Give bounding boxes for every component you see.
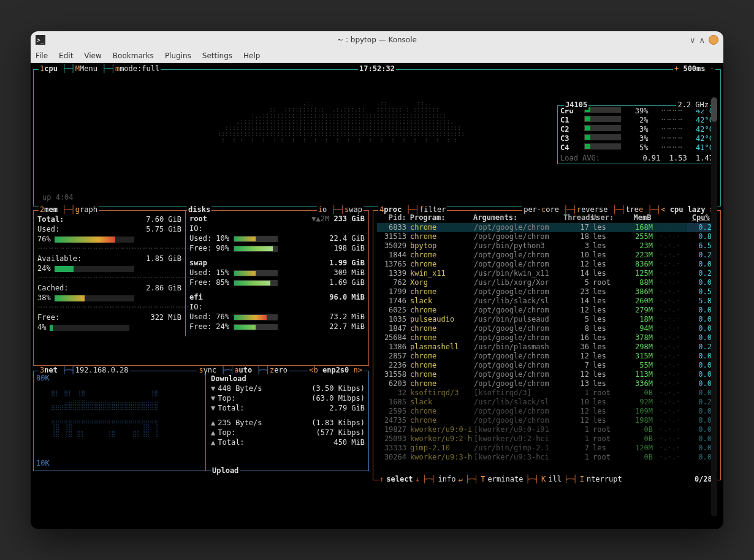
proc-row[interactable]: 25684chrome/opt/google/chrom16les378M⠂⠄⠂…: [377, 333, 714, 342]
proc-panel: 4proc ├─┤filter per-core ├─┤reverse ├─┤t…: [373, 210, 721, 480]
net-y-top: 80K: [36, 374, 196, 383]
proc-row[interactable]: 1035pulseaudio/usr/bin/pulseaud5les18M⠂⠄…: [377, 315, 714, 324]
update-plus[interactable]: +: [674, 64, 679, 73]
proc-footer: ↑ select ↓ ├─┤info↵ ├─┤Terminate ├─┤Kill…: [379, 475, 717, 484]
proc-row[interactable]: 32ksoftirqd/3[ksoftirqd/3]1root0B⠂⠄⠂⠄⠂0.…: [377, 388, 714, 398]
auto-label[interactable]: uto: [238, 366, 252, 374]
proc-row[interactable]: 6833chrome/opt/google/chrom17les168M⠂⠄⠂⠄…: [377, 223, 714, 232]
col-program[interactable]: Program:: [410, 213, 473, 222]
menu-edit[interactable]: Edit: [59, 51, 73, 60]
menu-view[interactable]: View: [84, 51, 101, 60]
dl-rate-bits: (3.50 Kibps): [311, 384, 365, 393]
load-avg-label: Load AVG:: [560, 154, 600, 163]
proc-row[interactable]: 1746slack/usr/lib/slack/sl14les260M⠂⠄⠂⠄⠂…: [377, 297, 714, 306]
terminate-hotkey[interactable]: T: [481, 475, 485, 484]
menu-bookmarks[interactable]: Bookmarks: [113, 51, 154, 60]
filter-label[interactable]: ilter: [424, 205, 446, 214]
menu-label[interactable]: Menu: [80, 64, 97, 73]
kill-label[interactable]: ill: [548, 475, 562, 484]
proc-row[interactable]: 19827kworker/u9:0-i[kworker/u9:0-i911roo…: [377, 425, 714, 434]
proc-row[interactable]: 30264kworker/u9:3-h[kworker/u9:3-hci1roo…: [377, 453, 714, 462]
proc-row[interactable]: 1847chrome/opt/google/chrom8les94M⠂⠄⠂⠄⠂0…: [377, 324, 714, 333]
scrollbar-thumb[interactable]: [711, 97, 717, 122]
graph-label[interactable]: raph: [80, 205, 97, 214]
proc-list[interactable]: 6833chrome/opt/google/chrom17les168M⠂⠄⠂⠄…: [377, 223, 714, 477]
cpu-label: cpu: [44, 64, 58, 73]
cpu-freq: 2.2 GHz: [676, 100, 710, 110]
proc-row[interactable]: 31558chrome/opt/google/chrom12les113M⠂⠄⠂…: [377, 370, 714, 379]
proc-row[interactable]: 24735chrome/opt/google/chrom12les198M⠂⠄⠂…: [377, 416, 714, 425]
proc-row[interactable]: 13765chrome/opt/google/chrom12les836M⠂⠄⠂…: [377, 260, 714, 269]
proc-row[interactable]: 2595chrome/opt/google/chrom12les109M⠂⠄⠂⠄…: [377, 407, 714, 416]
proc-row[interactable]: 1844chrome/opt/google/chrom10les223M⠂⠄⠂⠄…: [377, 251, 714, 260]
tree-hotkey[interactable]: e: [639, 205, 643, 214]
load-5: 1.53: [669, 154, 687, 162]
col-pid[interactable]: Pid:: [377, 213, 410, 222]
ul-top-label: Top:: [211, 428, 235, 437]
menu-hotkey[interactable]: M: [75, 64, 80, 73]
proc-row[interactable]: 25093kworker/u9:2-h[kworker/u9:2-hci1roo…: [377, 434, 714, 444]
percore-label[interactable]: per-: [524, 205, 541, 214]
kill-hotkey[interactable]: K: [541, 475, 546, 484]
proc-row[interactable]: 1386plasmashell/usr/bin/plasmash36les298…: [377, 342, 714, 352]
arrow-down-icon[interactable]: ↓: [416, 475, 420, 484]
sync-hotkey[interactable]: s: [199, 366, 203, 374]
col-cpu[interactable]: Cpu%: [685, 213, 710, 222]
terminal-scrollbar[interactable]: [711, 97, 717, 516]
reverse-label[interactable]: everse: [581, 205, 607, 214]
sort-prev[interactable]: <: [661, 205, 665, 214]
proc-row[interactable]: 1799chrome/opt/google/chrom23les386M⠂⠄⠂⠄…: [377, 287, 714, 297]
percore-label2[interactable]: ore: [546, 205, 559, 214]
upload-label: Upload: [211, 466, 240, 475]
info-label[interactable]: info: [438, 475, 456, 484]
proc-row[interactable]: 1339kwin_x11/usr/bin/kwin_x1114les125M⠂⠄…: [377, 269, 714, 278]
graph-hotkey[interactable]: g: [75, 205, 80, 214]
mem-stats: Total:7.60 GiB Used:5.75 GiB 76% ⠒⠒⠒⠒⠒⠒⠒…: [37, 214, 181, 332]
arrow-up-icon[interactable]: ↑: [379, 475, 384, 484]
net-ip: 192.168.0.28: [75, 366, 129, 374]
info-hotkey[interactable]: ↵: [458, 475, 462, 484]
mem-cached: 2.86 GiB: [146, 283, 181, 293]
menu-plugins[interactable]: Plugins: [165, 51, 191, 60]
col-threads[interactable]: Threads:: [563, 213, 588, 222]
mem-avail-label: Available:: [37, 254, 82, 263]
mem-free-label: Free:: [37, 312, 59, 322]
net-graph: 80K ⣿⡇⠀⣿⡇⠀⢸⣿⠀⠀⠀⠀⠀⠀⠀⠀⠀⠀⠀⠀⠀⠀⠀⢸⣿ ⠀⠀⠀⢀⣀⣤⣤⣤⣀⣀…: [36, 374, 196, 468]
net-y-bot: 10K: [36, 459, 50, 468]
proc-row[interactable]: 762Xorg/usr/lib/xorg/Xor5root88M⠂⠄⠂⠄⠂0.0: [377, 278, 714, 287]
menu-settings[interactable]: Settings: [202, 51, 232, 60]
proc-row[interactable]: 6203chrome/opt/google/chrom13les336M⠂⠄⠂⠄…: [377, 379, 714, 388]
menu-file[interactable]: File: [36, 51, 48, 60]
proc-row[interactable]: 31513chrome/opt/google/chrom18les255M⠂⠄⠂…: [377, 232, 714, 241]
mem-free: 322 MiB: [150, 312, 181, 322]
terminate-label[interactable]: erminate: [488, 475, 524, 484]
select-label[interactable]: select: [386, 475, 413, 484]
mem-panel: 2mem ├─┤graph disks io ├─┤swap Total:7.6…: [33, 210, 369, 366]
iface-next[interactable]: n>: [354, 366, 362, 374]
menu-help[interactable]: Help: [243, 51, 260, 60]
ul-rate-bits: (1.83 Kibps): [311, 418, 365, 428]
titlebar[interactable]: >_ ~ : bpytop — Konsole ∨ ∧: [31, 31, 723, 48]
update-minus[interactable]: -: [710, 64, 714, 73]
proc-row[interactable]: 6025chrome/opt/google/chrom12les279M⠂⠄⠂⠄…: [377, 306, 714, 315]
proc-row[interactable]: 1685slack/usr/lib/slack/sl10les92M⠂⠄⠂⠄⠂0…: [377, 398, 714, 407]
tree-label[interactable]: tre: [625, 205, 639, 214]
cpu-core-row: C33%⠒⠒⠒⠒42°C: [560, 134, 714, 143]
iface-name: enp2s0: [322, 366, 349, 374]
interrupt-label[interactable]: nterrupt: [587, 475, 622, 484]
sort-column[interactable]: cpu lazy: [670, 205, 706, 214]
iface-prev[interactable]: <b: [309, 366, 318, 374]
proc-row[interactable]: 35029bpytop/usr/bin/python33les23M⠂⠄⠂⠄⠂6…: [377, 241, 714, 251]
mem-used-label: Used:: [37, 224, 59, 234]
proc-label: proc: [384, 205, 402, 214]
proc-row[interactable]: 2236chrome/opt/google/chrom7les55M⠂⠄⠂⠄⠂0…: [377, 361, 714, 370]
interrupt-hotkey[interactable]: I: [580, 475, 584, 484]
sync-label[interactable]: ync: [204, 366, 217, 374]
zero-label[interactable]: ero: [274, 366, 288, 374]
mem-total: 7.60 GiB: [146, 214, 181, 224]
col-user[interactable]: User:: [588, 213, 619, 222]
proc-row[interactable]: 33333gimp-2.10/usr/bin/gimp-2.17les120M⠂…: [377, 444, 714, 453]
col-mem[interactable]: MemB: [619, 213, 652, 222]
col-args[interactable]: Arguments:: [473, 213, 563, 222]
proc-row[interactable]: 2857chrome/opt/google/chrom12les315M⠂⠄⠂⠄…: [377, 352, 714, 361]
